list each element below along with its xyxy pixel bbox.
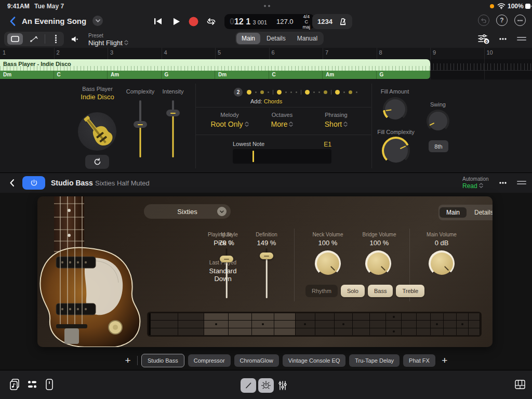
song-title[interactable]: An Evening Song bbox=[22, 17, 86, 25]
bass-view-tabs: MainDetails bbox=[438, 205, 493, 220]
pattern-dot[interactable] bbox=[285, 91, 287, 93]
record-button[interactable] bbox=[186, 14, 201, 29]
pattern-dot[interactable] bbox=[296, 91, 297, 93]
pattern-dot[interactable] bbox=[247, 90, 251, 95]
fill-amount-knob[interactable] bbox=[383, 97, 407, 122]
chain-plugin-phat-fx[interactable]: Phat FX bbox=[403, 354, 435, 367]
go-to-beginning-button[interactable] bbox=[151, 14, 165, 29]
neck-volume-knob[interactable] bbox=[315, 250, 341, 276]
pattern-dot[interactable] bbox=[343, 91, 345, 93]
chord-cell[interactable]: Dm bbox=[0, 71, 54, 79]
marquee-tool-button[interactable] bbox=[7, 33, 23, 45]
bass-player-icon[interactable] bbox=[78, 112, 116, 151]
chain-plugin-chromaglow[interactable]: ChromaGlow bbox=[234, 354, 279, 367]
chord-cell[interactable]: C bbox=[269, 71, 323, 79]
chain-plugin-tru-tape-delay[interactable]: Tru-Tape Delay bbox=[349, 354, 400, 367]
chord-cell[interactable]: C bbox=[54, 71, 108, 79]
complexity-slider[interactable] bbox=[134, 100, 147, 157]
mixer-faders-icon[interactable] bbox=[276, 379, 289, 392]
definition-slider[interactable] bbox=[260, 248, 273, 298]
bridge-volume-knob[interactable] bbox=[365, 250, 391, 276]
pickup-switch-rhythm[interactable]: Rhythm bbox=[305, 285, 338, 297]
more-options-button[interactable] bbox=[514, 15, 526, 26]
tracks-view-icon[interactable] bbox=[26, 378, 38, 391]
pattern-dot[interactable] bbox=[277, 90, 282, 95]
main-volume-knob[interactable] bbox=[429, 250, 455, 276]
chord-cell[interactable]: Am bbox=[108, 71, 162, 79]
loop-browser-icon[interactable] bbox=[8, 377, 22, 392]
chain-plugin-vintage-console-eq[interactable]: Vintage Console EQ bbox=[283, 354, 345, 367]
bass-tab-details[interactable]: Details bbox=[468, 207, 493, 218]
metronome-icon[interactable] bbox=[339, 18, 347, 26]
pattern-dot[interactable] bbox=[349, 90, 352, 94]
controls-view-button[interactable] bbox=[258, 378, 274, 393]
automation-mode-selector[interactable]: Read bbox=[462, 182, 483, 190]
add-plugin-after-icon[interactable]: + bbox=[439, 355, 450, 366]
help-button[interactable]: ? bbox=[496, 15, 508, 26]
resize-handle-icon[interactable] bbox=[515, 34, 528, 44]
swing-division-button[interactable]: 8th bbox=[429, 140, 448, 152]
lowest-note-handle[interactable] bbox=[252, 151, 254, 162]
back-chevron-button[interactable] bbox=[6, 15, 19, 28]
editor-tab-details[interactable]: Details bbox=[261, 33, 291, 44]
pattern-dot[interactable] bbox=[268, 91, 269, 93]
pattern-dot[interactable] bbox=[305, 90, 310, 95]
plugin-power-button[interactable] bbox=[22, 176, 45, 190]
plugin-more-icon[interactable] bbox=[497, 179, 509, 187]
plugin-resize-handle-icon[interactable] bbox=[515, 179, 528, 187]
pattern-dots[interactable] bbox=[247, 90, 357, 95]
phrasing-selector[interactable]: Phrasing Short bbox=[305, 112, 367, 128]
filter-settings-icon[interactable]: 0 0 bbox=[477, 33, 490, 45]
song-menu-chevron-button[interactable] bbox=[92, 16, 103, 26]
lowest-note-slider[interactable] bbox=[233, 149, 331, 164]
pattern-dot[interactable] bbox=[318, 91, 320, 93]
speaker-icon[interactable] bbox=[69, 34, 81, 44]
intensity-slider[interactable] bbox=[166, 100, 180, 157]
cycle-loop-button[interactable] bbox=[204, 14, 218, 29]
add-chords[interactable]: Add: Chords bbox=[250, 98, 282, 104]
pattern-dot[interactable] bbox=[313, 91, 315, 93]
chord-cell[interactable]: G bbox=[377, 71, 431, 79]
pencil-mode-button[interactable] bbox=[241, 378, 256, 393]
pattern-dot[interactable] bbox=[335, 90, 340, 95]
velocity-tool-button[interactable] bbox=[50, 33, 61, 45]
regenerate-button[interactable] bbox=[85, 155, 109, 169]
bar-ruler[interactable]: 12345678910 bbox=[0, 48, 532, 59]
pattern-dot[interactable] bbox=[260, 90, 264, 94]
chord-track[interactable]: DmCAmGDmCAmG bbox=[0, 71, 430, 79]
fret-column bbox=[402, 313, 416, 335]
automation-tool-button[interactable] bbox=[28, 33, 39, 45]
preset-selector[interactable]: Night Flight bbox=[88, 39, 128, 47]
chain-plugin-studio-bass[interactable]: Studio Bass bbox=[141, 354, 184, 367]
lcd-display[interactable]: 012 1 3 001 127.0 4/4 C maj bbox=[224, 14, 314, 29]
fill-complexity-knob[interactable] bbox=[382, 137, 410, 165]
player-style[interactable]: Indie Disco bbox=[62, 93, 132, 101]
pickup-switch-treble[interactable]: Treble bbox=[396, 285, 424, 297]
pickup-switch-bass[interactable]: Bass bbox=[368, 285, 393, 297]
pattern-dot[interactable] bbox=[324, 90, 327, 94]
keyboard-icon[interactable] bbox=[513, 378, 527, 391]
pattern-dot[interactable] bbox=[255, 91, 257, 93]
chord-cell[interactable]: Dm bbox=[215, 71, 269, 79]
play-button[interactable] bbox=[169, 14, 184, 29]
pattern-dot[interactable] bbox=[290, 91, 292, 93]
plugins-browser-icon[interactable] bbox=[44, 378, 55, 391]
mute-slider[interactable] bbox=[220, 248, 233, 298]
chain-plugin-compressor[interactable]: Compressor bbox=[188, 354, 231, 367]
swing-knob[interactable] bbox=[427, 110, 449, 132]
chord-cell[interactable]: Am bbox=[323, 71, 377, 79]
bass-tab-main[interactable]: Main bbox=[440, 207, 467, 218]
add-plugin-before-icon[interactable]: + bbox=[122, 355, 134, 366]
region-bass-player[interactable]: Bass Player - Indie Disco bbox=[0, 59, 430, 71]
pattern-dot[interactable] bbox=[356, 91, 357, 93]
count-in-button[interactable]: 1234 bbox=[317, 18, 332, 25]
editor-tab-manual[interactable]: Manual bbox=[292, 33, 323, 44]
editor-more-icon[interactable] bbox=[497, 34, 509, 44]
collapse-chevron-button[interactable] bbox=[7, 178, 17, 188]
undo-icon[interactable] bbox=[478, 15, 489, 26]
pickup-switch-solo[interactable]: Solo bbox=[341, 285, 365, 297]
octaves-selector[interactable]: Octaves More bbox=[251, 112, 313, 128]
editor-tab-main[interactable]: Main bbox=[236, 33, 260, 44]
chord-cell[interactable]: G bbox=[162, 71, 216, 79]
bass-preset-selector[interactable]: Sixties bbox=[144, 204, 231, 219]
